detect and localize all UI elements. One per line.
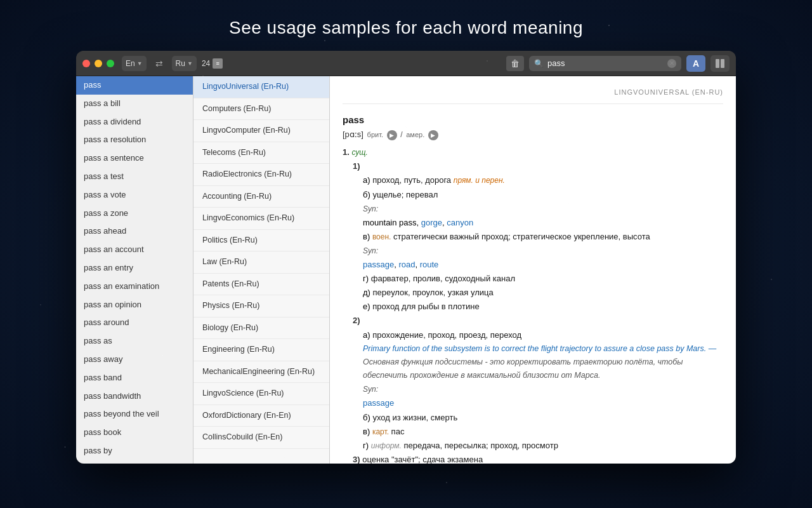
font-size-button[interactable]: A	[686, 55, 705, 72]
sense-1c-syn: Syn:	[363, 244, 723, 258]
sense-2b: б) уход из жизни, смерть	[363, 411, 723, 425]
word-list-panel: pass pass a bill pass a dividend pass a …	[76, 76, 193, 464]
sense-1f-text: проход для рыбы в плотине	[372, 302, 480, 311]
dict-item-accounting[interactable]: Accounting (En-Ru)	[193, 186, 329, 208]
example-ru-1: Основная функция подсистемы - это коррек…	[363, 356, 723, 383]
dict-item-collinscobuild[interactable]: CollinsCobuild (En-En)	[193, 427, 329, 449]
word-item-pass-an-opinion[interactable]: pass an opinion	[76, 296, 193, 314]
word-item-pass-beyond-the-veil[interactable]: pass beyond the veil	[76, 405, 193, 424]
search-icon: 🔍	[534, 59, 544, 68]
dict-item-lingvocomputer[interactable]: LingvoComputer (En-Ru)	[193, 120, 329, 142]
dict-item-law[interactable]: Law (En-Ru)	[193, 251, 329, 274]
word-item-pass-a-test[interactable]: pass a test	[76, 168, 193, 186]
dict-item-engineering[interactable]: Engineering (En-Ru)	[193, 339, 329, 361]
syn-label-3: Syn:	[363, 385, 378, 394]
word-item-pass-by[interactable]: pass by	[76, 442, 193, 460]
dict-item-lingvoscience[interactable]: LingvoScience (En-Ru)	[193, 383, 329, 405]
sense-2: 2) а) прохождение, проход, проезд, перех…	[353, 314, 723, 452]
sense-1f: е) проход для рыбы в плотине	[363, 300, 723, 314]
dict-item-lingvouniversal[interactable]: LingvoUniversal (En-Ru)	[193, 76, 329, 98]
word-item-pass-as[interactable]: pass as	[76, 332, 193, 351]
dict-item-lingvoeconomics[interactable]: LingvoEconomics (En-Ru)	[193, 208, 329, 230]
entry-header: pass [pɑːs] брит. ▶ / амер. ▶	[343, 112, 723, 142]
syn-road[interactable]: road	[398, 260, 415, 269]
sense-3-text: оценка "зачёт"; сдача экзамена	[362, 455, 483, 464]
lang-from-selector[interactable]: En ▼	[122, 56, 147, 71]
word-item-pass-an-account[interactable]: pass an account	[76, 241, 193, 259]
sense-1-num: 1)	[353, 161, 360, 171]
maximize-button[interactable]	[107, 60, 114, 67]
sense-1b-syn: Syn:	[363, 202, 723, 216]
search-bar: 🔍 ✕	[529, 56, 681, 71]
word-item-pass-band[interactable]: pass band	[76, 369, 193, 387]
search-clear-button[interactable]: ✕	[667, 59, 676, 68]
syn-passage-2[interactable]: passage	[363, 398, 394, 408]
sense-2d: г) информ. передача, пересылка; проход, …	[363, 439, 723, 453]
sense-3-num: 3)	[353, 455, 360, 464]
word-item-pass-book[interactable]: pass book	[76, 424, 193, 442]
lang-to-selector[interactable]: Ru ▼	[172, 56, 197, 71]
word-item-pass-a-sentence[interactable]: pass a sentence	[76, 149, 193, 168]
swap-languages-button[interactable]: ⇄	[152, 56, 167, 71]
dict-item-mechanicalengineering[interactable]: MechanicalEngineering (En-Ru)	[193, 361, 329, 384]
sense-3: 3) оценка "зачёт"; сдача экзамена	[353, 453, 723, 464]
word-item-pass-a-resolution[interactable]: pass a resolution	[76, 131, 193, 149]
word-item-pass-bandwidth[interactable]: pass bandwidth	[76, 387, 193, 406]
syn-label-1: Syn:	[363, 204, 378, 213]
lang-to-label: Ru	[176, 59, 185, 68]
word-item-pass-an-entry[interactable]: pass an entry	[76, 259, 193, 277]
word-item-pass[interactable]: pass	[76, 76, 193, 95]
sense-1a-note: прям. и перен.	[454, 176, 505, 185]
syn-gorge[interactable]: gorge	[421, 218, 442, 227]
syn-label-2: Syn:	[363, 246, 378, 255]
search-input[interactable]	[547, 58, 664, 68]
dict-item-radioelectronics[interactable]: RadioElectronics (En-Ru)	[193, 164, 329, 186]
dict-item-oxforddictionary[interactable]: OxfordDictionary (En-En)	[193, 405, 329, 427]
dict-item-patents[interactable]: Patents (En-Ru)	[193, 274, 329, 296]
dict-item-telecoms[interactable]: Telecoms (En-Ru)	[193, 142, 329, 164]
syn-route[interactable]: route	[420, 260, 439, 269]
sense-1c-text: стратегически важный проход; стратегичес…	[393, 232, 650, 241]
brit-audio-button[interactable]: ▶	[387, 130, 397, 140]
sense-1c: в) воен. стратегически важный проход; ст…	[363, 230, 723, 244]
word-item-pass-by-address[interactable]: pass by address	[76, 460, 193, 464]
sense-1b-label: б)	[363, 190, 370, 199]
brit-label: брит.	[367, 131, 383, 138]
dict-item-biology[interactable]: Biology (En-Ru)	[193, 318, 329, 340]
sense-1b-syn-links: mountain pass, gorge, canyon	[363, 216, 723, 230]
syn-canyon[interactable]: canyon	[447, 218, 473, 227]
dict-item-politics[interactable]: Politics (En-Ru)	[193, 230, 329, 252]
app-window: En ▼ ⇄ Ru ▼ 24 ≡ 🗑 🔍 ✕ A	[76, 51, 736, 464]
word-item-pass-around[interactable]: pass around	[76, 314, 193, 332]
clear-history-button[interactable]: 🗑	[506, 56, 524, 71]
phonetic: [pɑːs]	[343, 130, 363, 139]
dict-stack-icon: ≡	[213, 58, 223, 69]
sense-2a-text: прохождение, проход, проезд, переход	[372, 330, 521, 340]
sense-2a-label: а)	[363, 330, 370, 340]
close-button[interactable]	[82, 60, 90, 67]
sense-2-num: 2)	[353, 316, 360, 325]
word-item-pass-away[interactable]: pass away	[76, 351, 193, 369]
amer-audio-button[interactable]: ▶	[428, 130, 438, 140]
pos-label: сущ.	[351, 148, 367, 157]
layout-toggle-button[interactable]	[710, 55, 730, 72]
dict-list-panel: LingvoUniversal (En-Ru) Computers (En-Ru…	[193, 76, 330, 464]
svg-rect-1	[721, 59, 724, 68]
sense-2a: а) прохождение, проход, проезд, переход	[363, 328, 723, 342]
dict-item-computers[interactable]: Computers (En-Ru)	[193, 98, 329, 121]
word-item-pass-an-examination[interactable]: pass an examination	[76, 277, 193, 296]
definition-panel: LINGVOUNIVERSAL (EN-RU) pass [pɑːs] брит…	[330, 76, 736, 464]
minimize-button[interactable]	[95, 60, 102, 67]
dict-item-physics[interactable]: Physics (En-Ru)	[193, 295, 329, 318]
amer-label: амер.	[406, 131, 424, 138]
word-item-pass-a-zone[interactable]: pass a zone	[76, 204, 193, 223]
domain-mil-1: воен.	[372, 232, 391, 241]
syn-passage[interactable]: passage	[363, 260, 394, 269]
sense-2c-text: пас	[391, 427, 405, 436]
word-item-pass-a-vote[interactable]: pass a vote	[76, 186, 193, 204]
word-item-pass-a-bill[interactable]: pass a bill	[76, 95, 193, 113]
sense-1d: г) фарватер, пролив, судоходный канал	[363, 272, 723, 286]
word-item-pass-a-dividend[interactable]: pass a dividend	[76, 113, 193, 131]
word-item-pass-ahead[interactable]: pass ahead	[76, 222, 193, 241]
sense-1d-text: фарватер, пролив, судоходный канал	[371, 274, 515, 283]
